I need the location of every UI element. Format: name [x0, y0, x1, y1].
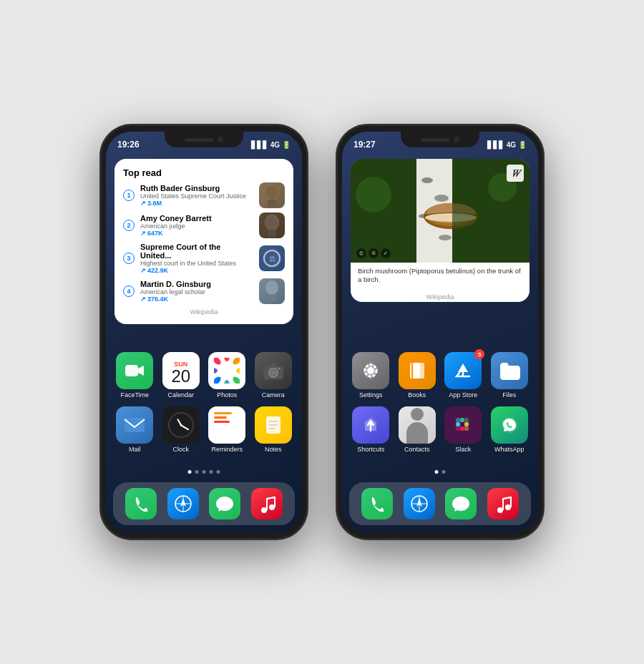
- dock-messages-icon[interactable]: [209, 488, 240, 519]
- wiki-item-3[interactable]: 3 Supreme Court of the United... Highest…: [123, 243, 285, 274]
- dock2-messages-icon[interactable]: [445, 488, 477, 519]
- wiki-num-3: 3: [123, 253, 135, 264]
- wikipedia-widget-2[interactable]: 𝑊 © ① ✓ Birch mushroom (Piptoporus betul…: [351, 159, 530, 302]
- clock-app[interactable]: Clock: [161, 406, 202, 453]
- svg-rect-25: [125, 418, 145, 432]
- wikipedia-widget-1[interactable]: Top read 1 Ruth Bader Ginsburg United St…: [114, 159, 293, 324]
- time-2: 19:27: [353, 140, 376, 150]
- wiki-num-4: 4: [123, 285, 135, 297]
- camera-icon[interactable]: [255, 352, 292, 389]
- svg-point-9: [265, 280, 278, 295]
- contacts-label: Contacts: [404, 446, 430, 453]
- books-app[interactable]: Books: [397, 352, 438, 399]
- phone-2: 19:27 ▋▋▋ 4G 🔋: [336, 125, 544, 540]
- app-grid-2-row2: Shortcuts Contacts: [348, 406, 532, 453]
- wiki-item-2[interactable]: 2 Amy Coney Barrett American judge ↗ 647…: [123, 213, 285, 238]
- battery-icon-1: 🔋: [282, 141, 291, 149]
- wiki-item-4[interactable]: 4 Martin D. Ginsburg American legal scho…: [123, 278, 285, 304]
- notes-label: Notes: [265, 446, 282, 453]
- status-icons-1: ▋▋▋ 4G 🔋: [251, 141, 291, 149]
- dock-phone[interactable]: [125, 488, 157, 519]
- wiki-image: 𝑊 © ① ✓: [351, 159, 530, 263]
- signal-type-1: 4G: [270, 141, 280, 149]
- dock-safari[interactable]: [167, 488, 199, 519]
- files-icon[interactable]: [491, 352, 528, 389]
- svg-rect-64: [464, 426, 469, 431]
- svg-point-35: [269, 504, 275, 510]
- books-icon[interactable]: [399, 352, 436, 389]
- svg-rect-61: [460, 418, 464, 422]
- photos-app[interactable]: Photos: [207, 352, 248, 399]
- reminders-icon[interactable]: [208, 406, 245, 444]
- svg-rect-63: [464, 422, 469, 426]
- photos-icon[interactable]: [208, 352, 245, 389]
- license-badges: © ① ✓: [356, 248, 391, 258]
- svg-point-17: [224, 380, 230, 384]
- svg-point-51: [356, 177, 391, 213]
- dock-safari-icon[interactable]: [167, 488, 199, 519]
- clock-icon[interactable]: [162, 406, 200, 444]
- dock2-safari-icon[interactable]: [404, 488, 435, 519]
- calendar-icon[interactable]: SUN 20: [162, 352, 200, 389]
- dock-music[interactable]: [251, 488, 283, 519]
- dock2-safari[interactable]: [404, 488, 435, 519]
- settings-icon[interactable]: [352, 352, 389, 389]
- contacts-icon[interactable]: [399, 406, 436, 444]
- appstore-app[interactable]: 5 App Store: [443, 352, 484, 399]
- reminders-app[interactable]: Reminders: [207, 406, 248, 453]
- dock2-music-icon[interactable]: [487, 488, 519, 519]
- dock2-phone-icon[interactable]: [361, 488, 393, 519]
- svg-rect-2: [268, 200, 276, 207]
- phone-2-body: 19:27 ▋▋▋ 4G 🔋: [336, 125, 544, 540]
- wiki-text-2: Amy Coney Barrett American judge ↗ 647K: [140, 214, 253, 237]
- notes-app[interactable]: Notes: [253, 406, 294, 453]
- dock-messages[interactable]: [209, 488, 240, 519]
- svg-point-14: [232, 358, 240, 366]
- widget-footer-2: Wikipedia: [351, 290, 530, 302]
- slack-icon[interactable]: [444, 406, 482, 444]
- shortcuts-icon[interactable]: [352, 406, 389, 444]
- svg-point-40: [421, 177, 433, 183]
- svg-rect-57: [411, 363, 413, 379]
- svg-line-74: [503, 497, 511, 499]
- wiki-thumb-4: [259, 278, 285, 304]
- slack-label: Slack: [455, 446, 471, 453]
- dock2-music[interactable]: [487, 488, 519, 519]
- appstore-icon[interactable]: 5: [444, 352, 482, 389]
- mail-icon[interactable]: [116, 406, 153, 444]
- dock2-phone[interactable]: [361, 488, 393, 519]
- wiki-text-1: Ruth Bader Ginsburg United States Suprem…: [140, 184, 253, 207]
- contacts-app[interactable]: Contacts: [397, 406, 438, 453]
- svg-rect-60: [456, 418, 460, 422]
- camera-app[interactable]: Camera: [253, 352, 294, 399]
- svg-point-72: [497, 507, 503, 513]
- shortcuts-app[interactable]: Shortcuts: [351, 406, 391, 453]
- settings-app[interactable]: Settings: [351, 352, 391, 399]
- svg-point-4: [265, 215, 278, 230]
- facetime-icon[interactable]: [116, 352, 153, 389]
- whatsapp-app[interactable]: WhatsApp: [489, 406, 530, 453]
- mail-app[interactable]: Mail: [114, 406, 155, 453]
- whatsapp-icon[interactable]: [491, 406, 528, 444]
- facetime-app[interactable]: FaceTime: [114, 352, 155, 399]
- appstore-badge: 5: [474, 349, 484, 359]
- dot-2: [195, 470, 199, 474]
- dock-phone-icon[interactable]: [125, 488, 157, 519]
- dot-1: [188, 470, 192, 474]
- svg-rect-65: [460, 426, 464, 431]
- wiki-caption: Birch mushroom (Piptoporus betulinus) on…: [358, 267, 522, 285]
- svg-point-34: [261, 507, 267, 513]
- dock-music-icon[interactable]: [251, 488, 283, 519]
- calendar-app[interactable]: SUN 20 Calendar: [161, 352, 202, 399]
- notes-icon[interactable]: [255, 406, 292, 444]
- status-icons-2: ▋▋▋ 4G 🔋: [487, 141, 527, 149]
- clock-label: Clock: [172, 446, 189, 453]
- wiki-num-1: 1: [123, 190, 135, 201]
- files-app[interactable]: Files: [489, 352, 530, 399]
- wiki-item-1[interactable]: 1 Ruth Bader Ginsburg United States Supr…: [123, 182, 285, 208]
- slack-app[interactable]: Slack: [443, 406, 484, 453]
- svg-text:⚖: ⚖: [269, 255, 275, 263]
- dock2-messages[interactable]: [445, 488, 477, 519]
- dot-p2-2: [442, 470, 446, 474]
- wiki-thumb-3: ⚖: [259, 245, 285, 271]
